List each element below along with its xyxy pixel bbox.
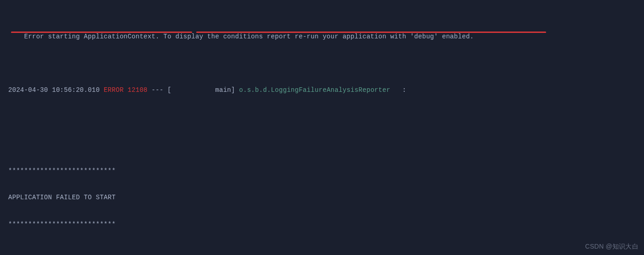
error-starting-text: Error starting ApplicationContext. To di… <box>24 33 474 40</box>
blank-line <box>8 247 636 255</box>
log-separator: --- [ <box>151 86 172 94</box>
highlight-underline-icon <box>196 32 546 33</box>
watermark: CSDN @知识大白 <box>585 242 639 251</box>
highlight-underline-icon <box>11 32 192 33</box>
failed-title: APPLICATION FAILED TO START <box>8 193 636 202</box>
log-class: o.s.b.d.LoggingFailureAnalysisReporter <box>239 86 391 94</box>
blank-line <box>8 140 636 149</box>
error-context-line: Error starting ApplicationContext. To di… <box>8 23 636 68</box>
log-thread: main] <box>172 86 235 94</box>
log-level: ERROR <box>104 86 124 94</box>
log-line: 2024-04-30 10:56:20.010 ERROR 12108 --- … <box>8 86 636 95</box>
blank-line <box>8 113 636 122</box>
border-line: *************************** <box>8 220 636 229</box>
log-colon: : <box>390 86 406 94</box>
log-timestamp: 2024-04-30 10:56:20.010 <box>8 86 100 94</box>
console-output: Error starting ApplicationContext. To di… <box>8 5 636 255</box>
log-pid: 12108 <box>128 86 148 94</box>
border-line: *************************** <box>8 167 636 176</box>
